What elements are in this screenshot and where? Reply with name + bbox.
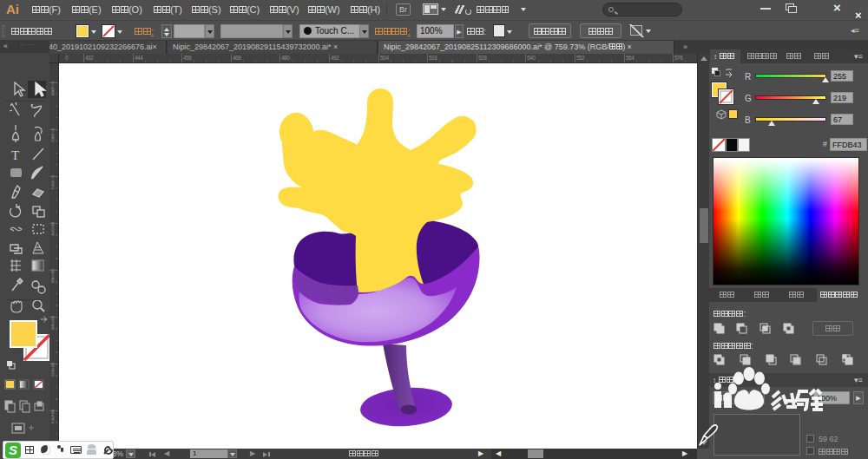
svg-text:T: T [11, 148, 19, 162]
